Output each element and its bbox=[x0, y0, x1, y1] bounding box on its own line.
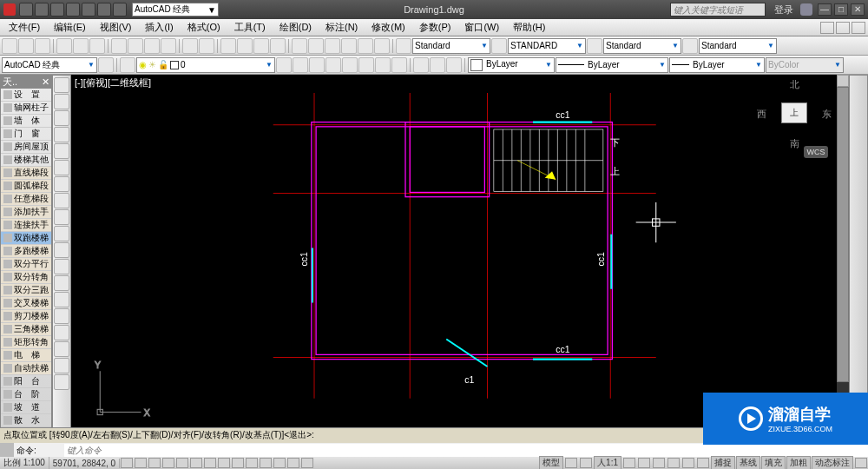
menu-format[interactable]: 格式(O) bbox=[181, 21, 227, 34]
undo2-icon[interactable] bbox=[182, 38, 198, 54]
menu-help[interactable]: 帮助(H) bbox=[506, 21, 552, 34]
table-style-select[interactable]: Standard▼ bbox=[603, 38, 681, 54]
redo2-icon[interactable] bbox=[199, 38, 214, 54]
layer-freeze2-icon[interactable] bbox=[342, 57, 358, 73]
status-model-btn[interactable]: 模型 bbox=[539, 456, 563, 469]
palette-row-17[interactable]: 剪刀楼梯 bbox=[1, 310, 51, 323]
help-icon[interactable] bbox=[800, 3, 812, 16]
layer-make-icon[interactable] bbox=[375, 57, 391, 73]
palette-row-1[interactable]: 轴网柱子 bbox=[1, 102, 51, 115]
status-am-icon[interactable] bbox=[301, 458, 313, 468]
viewcube-top[interactable]: 上 bbox=[781, 102, 807, 123]
status-annoauto-icon[interactable] bbox=[638, 458, 650, 468]
palette-close-icon[interactable]: ✕ bbox=[42, 76, 49, 88]
palette-row-10[interactable]: 连接扶手 bbox=[1, 219, 51, 232]
polygon-icon[interactable] bbox=[54, 110, 69, 126]
text-style-select[interactable]: Standard▼ bbox=[412, 38, 490, 54]
make-block-icon[interactable] bbox=[430, 57, 445, 73]
doc-close-icon[interactable] bbox=[852, 22, 865, 34]
open-icon[interactable] bbox=[18, 38, 34, 54]
cmdline-handle-icon[interactable] bbox=[0, 443, 14, 458]
textstyle-icon[interactable] bbox=[396, 38, 411, 54]
status-scale[interactable]: 比例 1:100 bbox=[0, 457, 49, 469]
scroll-thumb-v[interactable] bbox=[837, 87, 849, 382]
point-icon[interactable] bbox=[54, 275, 69, 291]
status-lock-icon[interactable] bbox=[667, 458, 680, 468]
ws-settings-icon[interactable] bbox=[98, 57, 114, 73]
paste-icon[interactable] bbox=[144, 38, 160, 54]
workspace-select2[interactable]: AutoCAD 经典▼ bbox=[2, 57, 97, 73]
palette-row-19[interactable]: 矩形转角 bbox=[1, 336, 51, 349]
lineweight-select[interactable]: ByLayer▼ bbox=[669, 57, 765, 73]
menu-file[interactable]: 文件(F) bbox=[2, 21, 47, 34]
table-icon[interactable] bbox=[54, 341, 69, 357]
status-snap-icon[interactable] bbox=[121, 458, 133, 468]
menu-edit[interactable]: 编辑(E) bbox=[47, 21, 93, 34]
pline-icon[interactable] bbox=[54, 94, 69, 109]
status-quicklay-icon[interactable] bbox=[580, 458, 592, 468]
layer-manager-icon[interactable] bbox=[120, 57, 135, 73]
layer-iso-icon[interactable] bbox=[309, 57, 325, 73]
addsel-icon[interactable] bbox=[54, 374, 69, 390]
preview-icon[interactable] bbox=[73, 38, 89, 54]
block-icon[interactable] bbox=[54, 259, 69, 274]
status-dyn-icon[interactable] bbox=[232, 458, 244, 468]
status-rbtn-3[interactable]: 加粗 bbox=[786, 456, 811, 469]
palette-row-11[interactable]: 双跑楼梯 bbox=[1, 232, 51, 245]
layer-state-icon[interactable] bbox=[293, 57, 308, 73]
props-icon[interactable] bbox=[292, 38, 307, 54]
menu-dim[interactable]: 标注(N) bbox=[319, 21, 365, 34]
status-lwt-icon[interactable] bbox=[246, 458, 258, 468]
gradient-icon[interactable] bbox=[54, 308, 69, 324]
ssm-icon[interactable] bbox=[341, 38, 357, 54]
save-icon[interactable] bbox=[35, 38, 50, 54]
menu-window[interactable]: 窗口(W) bbox=[457, 21, 506, 34]
plotstyle-select[interactable]: ByColor▼ bbox=[766, 57, 844, 73]
status-tpy-icon[interactable] bbox=[260, 458, 272, 468]
status-annoscale[interactable]: 人1:1 bbox=[594, 456, 621, 469]
wcs-badge[interactable]: WCS bbox=[804, 146, 828, 158]
palette-row-25[interactable]: 散 水 bbox=[1, 414, 51, 427]
search-input[interactable] bbox=[670, 3, 766, 17]
calc-icon[interactable] bbox=[374, 38, 390, 54]
ellipse-icon[interactable] bbox=[54, 209, 69, 225]
palette-row-8[interactable]: 任意梯段 bbox=[1, 193, 51, 206]
menu-modify[interactable]: 修改(M) bbox=[365, 21, 412, 34]
zoom-prev-icon[interactable] bbox=[270, 38, 286, 54]
zoom-icon[interactable] bbox=[237, 38, 253, 54]
palette-row-22[interactable]: 阳 台 bbox=[1, 375, 51, 388]
palette-row-18[interactable]: 三角楼梯 bbox=[1, 323, 51, 336]
publish-icon[interactable] bbox=[89, 38, 105, 54]
layer-uniso-icon[interactable] bbox=[326, 57, 341, 73]
palette-row-5[interactable]: 楼梯其他 bbox=[1, 154, 51, 167]
menu-view[interactable]: 视图(V) bbox=[93, 21, 139, 34]
linetype-select[interactable]: ByLayer▼ bbox=[556, 57, 668, 73]
palette-row-24[interactable]: 坡 道 bbox=[1, 401, 51, 414]
layer-match-icon[interactable] bbox=[391, 57, 407, 73]
command-input[interactable] bbox=[64, 444, 868, 457]
menu-draw[interactable]: 绘图(D) bbox=[273, 21, 319, 34]
palette-row-23[interactable]: 台 阶 bbox=[1, 388, 51, 401]
palette-row-14[interactable]: 双分转角 bbox=[1, 271, 51, 284]
view-cube[interactable]: 北 南 西 东 上 bbox=[755, 78, 833, 156]
cut-icon[interactable] bbox=[111, 38, 127, 54]
vertical-scrollbar[interactable] bbox=[837, 75, 849, 427]
palette-row-13[interactable]: 双分平行 bbox=[1, 258, 51, 271]
palette-row-16[interactable]: 交叉楼梯 bbox=[1, 297, 51, 310]
status-quickview-icon[interactable] bbox=[565, 458, 577, 468]
status-clean-icon[interactable] bbox=[855, 458, 867, 468]
qat-plot-icon[interactable] bbox=[82, 3, 95, 17]
palette-row-2[interactable]: 墙 体 bbox=[1, 115, 51, 128]
workspace-selector[interactable]: AutoCAD 经典 ▼ bbox=[132, 3, 219, 17]
palette-row-6[interactable]: 直线梯段 bbox=[1, 167, 51, 180]
dcenter-icon[interactable] bbox=[308, 38, 324, 54]
status-sc-icon[interactable] bbox=[287, 458, 299, 468]
mlstyle-icon[interactable] bbox=[682, 38, 698, 54]
zoom-win-icon[interactable] bbox=[253, 38, 269, 54]
minimize-button[interactable]: — bbox=[818, 3, 832, 16]
doc-restore-icon[interactable] bbox=[836, 22, 850, 34]
status-rbtn-0[interactable]: 捕捉 bbox=[711, 456, 735, 469]
status-ortho-icon[interactable] bbox=[148, 458, 161, 468]
copy-icon[interactable] bbox=[128, 38, 143, 54]
menu-insert[interactable]: 插入(I) bbox=[138, 21, 180, 34]
